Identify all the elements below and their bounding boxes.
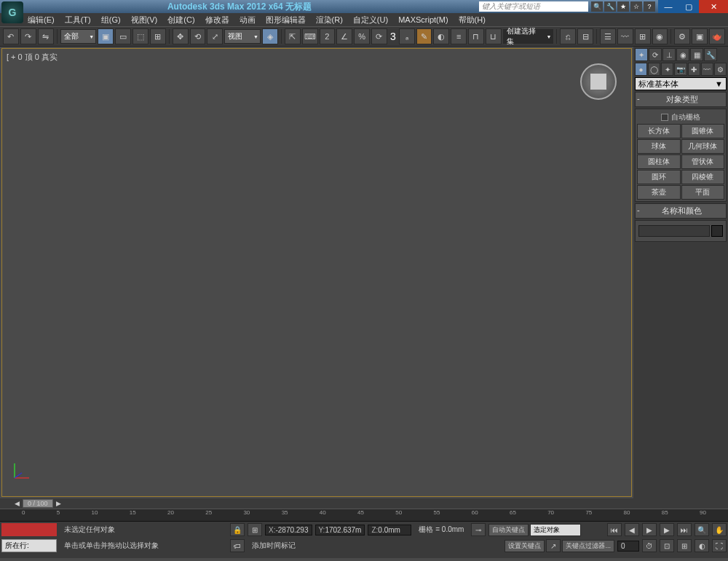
key-filter-button[interactable]: 关键点过滤器... [562, 540, 614, 552]
shapes-cat[interactable]: ◯ [648, 63, 660, 76]
auto-grid-checkbox[interactable]: 自动栅格 [637, 111, 724, 124]
menu-group[interactable]: 组(G) [98, 15, 124, 26]
z-coordinate[interactable]: Z:0.0mm [368, 525, 411, 536]
systems-cat[interactable]: ⚙ [714, 63, 727, 76]
curve-editor-button[interactable]: 〰 [617, 28, 633, 44]
object-name-input[interactable] [638, 225, 710, 237]
redo-button[interactable]: ↷ [20, 28, 36, 44]
selection-filter-dropdown[interactable]: 全部 [60, 29, 97, 44]
named-selection-dropdown[interactable]: 创建选择集 [503, 29, 554, 44]
menu-tools[interactable]: 工具(T) [62, 15, 94, 26]
edit-named-sel-button[interactable]: ✎ [416, 28, 432, 44]
star-icon[interactable]: ★ [617, 1, 629, 12]
category-dropdown[interactable]: 标准基本体▼ [635, 77, 727, 90]
undo-button[interactable]: ↶ [3, 28, 19, 44]
manipulate-button[interactable]: ⇱ [285, 28, 301, 44]
snap-percent-button[interactable]: % [354, 28, 370, 44]
geosphere-button[interactable]: 几何球体 [681, 139, 725, 154]
goto-start-icon[interactable]: ⏮ [607, 523, 622, 536]
y-coordinate[interactable]: Y:1702.637m [315, 525, 365, 536]
favorite-icon[interactable]: ☆ [630, 1, 642, 12]
set-key-button[interactable]: 设置关键点 [505, 540, 545, 552]
window-crossing-button[interactable]: ⊞ [150, 28, 166, 44]
play-icon[interactable]: ▶ [642, 523, 657, 536]
minimize-button[interactable]: — [658, 0, 678, 13]
render-setup-button[interactable]: ⚙ [674, 28, 690, 44]
search-input[interactable]: 键入关键字或短语 [479, 1, 588, 12]
menu-maxscript[interactable]: MAXScript(M) [395, 15, 451, 24]
material-editor-button[interactable]: ◉ [652, 28, 668, 44]
lock-icon[interactable]: 🔒 [230, 523, 245, 536]
pivot-center-button[interactable]: ◈ [262, 28, 278, 44]
menu-create[interactable]: 创建(C) [165, 15, 197, 26]
key-icon[interactable]: 🔧 [604, 1, 616, 12]
x-coordinate[interactable]: X:-2870.293 [265, 525, 312, 536]
select-object-button[interactable]: ▣ [98, 28, 114, 44]
time-tag-icon[interactable]: 🏷 [230, 539, 245, 552]
object-type-rollout-header[interactable]: -对象类型 [635, 92, 727, 107]
next-frame-icon[interactable]: ▶ [660, 523, 674, 536]
teapot-button[interactable]: 茶壶 [637, 185, 681, 200]
spacewarps-cat[interactable]: 〰 [701, 63, 713, 76]
prev-frame-icon[interactable]: ◀ [625, 523, 639, 536]
display-tab[interactable]: ▦ [690, 48, 703, 61]
render-button[interactable]: 🫖 [709, 28, 725, 44]
zoom-icon[interactable]: 🔍 [695, 523, 709, 536]
move-button[interactable]: ✥ [173, 28, 189, 44]
hierarchy-tab[interactable]: ⊥ [662, 48, 676, 61]
spinner-snap-button[interactable]: ⟳ [371, 28, 387, 44]
mirror2-button[interactable]: ⎌ [560, 28, 576, 44]
geometry-cat[interactable]: ● [635, 63, 647, 76]
menu-views[interactable]: 视图(V) [128, 15, 161, 26]
box-button[interactable]: 长方体 [637, 124, 681, 138]
object-color-swatch[interactable] [711, 225, 723, 237]
mirror-button[interactable]: ◐ [433, 28, 449, 44]
menu-render[interactable]: 渲染(R) [313, 15, 346, 26]
menu-customize[interactable]: 自定义(U) [350, 15, 391, 26]
modify-tab[interactable]: ⟳ [649, 48, 662, 61]
max-viewport-icon[interactable]: ⛶ [712, 539, 727, 552]
align-button[interactable]: ≡ [451, 28, 467, 44]
add-time-tag[interactable]: 添加时间标记 [248, 541, 300, 551]
viewport[interactable]: [ + 0 顶 0 真实 [1, 48, 632, 497]
layer-button[interactable]: ☰ [600, 28, 616, 44]
scale-button[interactable]: ⤢ [207, 28, 223, 44]
snap-toggle-3-button[interactable]: ₐ [399, 28, 415, 44]
snap-button[interactable]: ⊓ [468, 28, 484, 44]
link-button[interactable]: ⇋ [38, 28, 54, 44]
menu-animation[interactable]: 动画 [237, 15, 258, 26]
rotate-button[interactable]: ⟲ [190, 28, 206, 44]
utilities-tab[interactable]: 🔧 [704, 48, 717, 61]
menu-help[interactable]: 帮助(H) [456, 15, 488, 26]
menu-modifiers[interactable]: 修改器 [202, 15, 232, 26]
schematic-button[interactable]: ⊞ [635, 28, 651, 44]
time-slider-thumb[interactable]: 0 / 100 [23, 499, 53, 508]
help-icon[interactable]: ? [644, 1, 655, 12]
goto-end-icon[interactable]: ⏭ [677, 523, 692, 536]
close-button[interactable]: ✕ [699, 0, 728, 13]
frame-spinner[interactable]: 0 [617, 541, 639, 552]
time-config-icon[interactable]: ⏱ [642, 539, 657, 552]
cone-button[interactable]: 圆锥体 [681, 124, 725, 138]
pyramid-button[interactable]: 四棱锥 [681, 170, 725, 184]
cylinder-button[interactable]: 圆柱体 [637, 154, 681, 169]
key-filter-icon[interactable]: ↗ [546, 539, 561, 552]
select-region-button[interactable]: ⬚ [132, 28, 149, 44]
selection-lock-indicator[interactable] [1, 523, 57, 536]
render-frame-button[interactable]: ▣ [692, 28, 708, 44]
selected-dropdown[interactable]: 选定对象 [530, 524, 581, 536]
coord-display-icon[interactable]: ⊞ [248, 523, 262, 536]
key-mode-icon[interactable]: ⊸ [471, 523, 486, 536]
motion-tab[interactable]: ◉ [676, 48, 689, 61]
fov-icon[interactable]: ◐ [695, 539, 709, 552]
time-slider[interactable]: ◀ 0 / 100 ▶ [0, 498, 728, 509]
helpers-cat[interactable]: ✚ [688, 63, 700, 76]
pan-icon[interactable]: ✋ [712, 523, 727, 536]
auto-key-button[interactable]: 自动关键点 [488, 524, 529, 536]
snap-angle-button[interactable]: ∠ [336, 28, 352, 44]
ref-coord-dropdown[interactable]: 视图 [224, 29, 261, 44]
binoculars-icon[interactable]: 🔍 [591, 1, 603, 12]
plane-button[interactable]: 平面 [681, 185, 725, 200]
quick-align-button[interactable]: ⊔ [486, 28, 502, 44]
keyboard-shortcut-button[interactable]: ⌨ [302, 28, 318, 44]
